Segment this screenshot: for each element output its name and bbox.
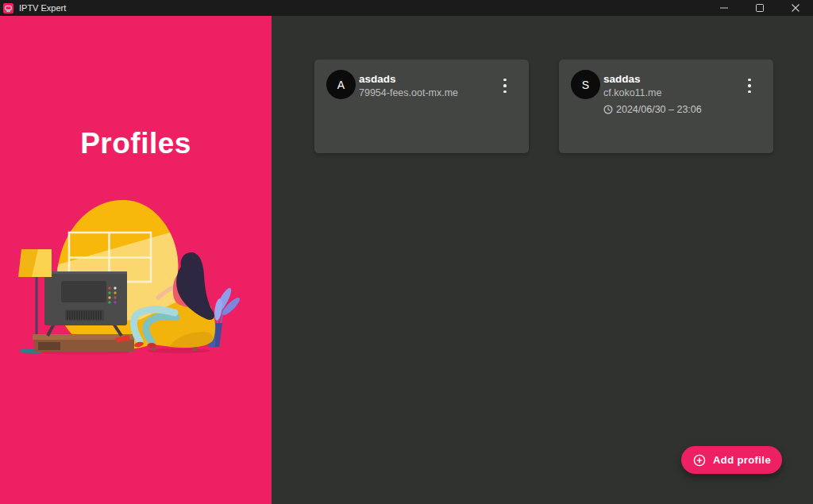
last-played-row: 2024/06/30 – 23:06 (603, 104, 702, 115)
last-played-text: 2024/06/30 – 23:06 (616, 104, 702, 115)
maximize-button[interactable] (742, 0, 777, 16)
kebab-dot (748, 79, 750, 81)
kebab-menu-button[interactable] (745, 79, 754, 93)
avatar: S (571, 70, 600, 99)
add-profile-label: Add profile (713, 454, 771, 466)
window-title: IPTV Expert (19, 3, 706, 13)
profile-card[interactable]: A asdads 79954-fees.oot-mx.me (314, 60, 529, 153)
avatar: A (326, 70, 356, 99)
page-title: Profiles (0, 127, 272, 160)
add-profile-button[interactable]: Add profile (681, 446, 782, 474)
profile-url: cf.koko11.me (603, 87, 702, 101)
maximize-icon (756, 4, 764, 12)
minimize-button[interactable] (706, 0, 742, 16)
kebab-dot (748, 84, 750, 87)
profile-card[interactable]: S saddas cf.koko11.me 2024/06/30 – 23:06 (559, 60, 773, 153)
profiles-illustration (8, 183, 264, 373)
kebab-dot (503, 79, 506, 81)
profiles-list: A asdads 79954-fees.oot-mx.me S saddas c… (272, 16, 813, 504)
plus-circle-icon (693, 454, 706, 467)
kebab-dot (503, 84, 506, 87)
close-button[interactable] (777, 0, 813, 16)
minimize-icon (720, 4, 728, 12)
clock-icon (603, 105, 613, 114)
app-window: IPTV Expert Profiles (0, 0, 813, 504)
kebab-menu-button[interactable] (500, 79, 510, 93)
profile-url: 79954-fees.oot-mx.me (359, 87, 458, 101)
close-icon (792, 4, 800, 12)
profile-name: asdads (359, 73, 458, 87)
sidebar: Profiles (0, 16, 272, 504)
kebab-dot (748, 90, 750, 93)
app-tv-icon (3, 3, 13, 13)
titlebar: IPTV Expert (0, 0, 813, 16)
profile-name: saddas (603, 73, 702, 87)
kebab-dot (503, 90, 506, 93)
